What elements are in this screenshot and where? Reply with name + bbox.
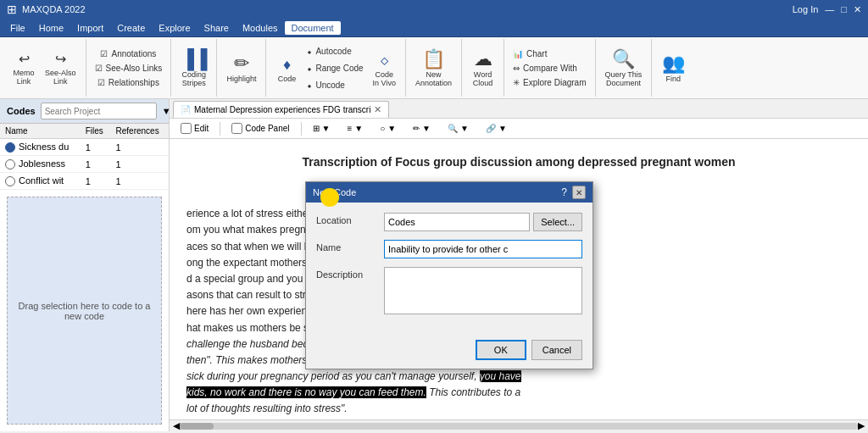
ribbon-group-code: ⬧ Code ⬥ Autocode ⬥ Range Code ⬥ Uncode (266, 39, 406, 97)
coding-stripes-btn[interactable]: ▐▐ CodingStripes (176, 41, 211, 95)
code-files-cell: 1 (81, 139, 111, 156)
zoom-icon: 🔍 (448, 124, 458, 133)
ribbon-group-chart: 📊 Chart ⇔ Compare With ✳ Explore Diagram (504, 39, 595, 97)
ribbon-content: ↩ MemoLink ↪ See-AlsoLink ☑ Annotations … (0, 37, 868, 98)
log-in-link[interactable]: Log In (793, 4, 819, 14)
code-btn[interactable]: ⬧ Code (271, 41, 302, 95)
title-bar: ⊞ MAXQDA 2022 Log In — □ ✕ (0, 0, 868, 19)
code-panel-checkbox-btn[interactable]: Code Panel (225, 120, 295, 136)
see-also-link-btn[interactable]: ↪ See-AlsoLink (41, 48, 81, 88)
highlight-label: Highlight (226, 75, 256, 83)
bottom-scrollbar[interactable]: ◀ ▶ (170, 419, 868, 431)
checkbox2-icon: ☑ (95, 64, 103, 73)
drag-hint: Drag selection here to code to a new cod… (7, 197, 162, 425)
search-input[interactable] (41, 103, 157, 119)
new-code-dialog: New Code ? ✕ Location Select (305, 181, 593, 369)
query-icon: 🔍 (612, 48, 635, 70)
code-in-vivo-btn[interactable]: ⬦ CodeIn Vivo (369, 41, 400, 95)
table-row[interactable]: Conflict wit 1 1 (0, 173, 169, 190)
cancel-button[interactable]: Cancel (531, 340, 582, 360)
code-icon: ⬧ (281, 53, 292, 75)
compare-with-btn[interactable]: ⇔ Compare With (509, 62, 589, 75)
ok-button[interactable]: OK (476, 340, 526, 360)
codes-panel: Codes ▼ Name Files References Sickness d… (0, 99, 170, 431)
maximize-btn[interactable]: □ (841, 4, 847, 14)
doc-area: 📄 Maternal Depression experiences FDG tr… (170, 99, 868, 431)
doc-tabs: 📄 Maternal Depression experiences FDG tr… (170, 99, 868, 119)
menu-modules[interactable]: Modules (236, 21, 285, 35)
edit2-dropdown-icon: ▼ (422, 124, 431, 133)
code-panel-label: Code Panel (245, 124, 289, 133)
scroll-right-btn[interactable]: ▶ (858, 420, 865, 431)
new-annotation-icon: 📋 (422, 48, 445, 70)
dialog-help-btn[interactable]: ? (561, 186, 567, 198)
dialog-titlebar: New Code ? ✕ (306, 182, 593, 203)
word-cloud-btn[interactable]: ☁ WordCloud (468, 41, 498, 95)
name-input[interactable] (384, 240, 582, 258)
see-also-icon: ↪ (55, 51, 66, 67)
chart-btn[interactable]: 📊 Chart (509, 47, 589, 60)
see-also-links-btn[interactable]: ☑ See-Also Links (92, 62, 166, 75)
menu-bar: File Home Import Create Explore Share Mo… (0, 19, 868, 37)
relationships-btn[interactable]: ☑ Relationships (94, 76, 163, 89)
app-grid-icon: ⊞ (7, 3, 17, 16)
description-textarea[interactable] (384, 267, 582, 314)
dialog-controls: ? ✕ (561, 186, 586, 199)
new-annotation-label: NewAnnotation (415, 70, 452, 87)
edit-checkbox[interactable] (181, 123, 192, 134)
highlight-btn[interactable]: ✏ Highlight (222, 41, 260, 95)
ribbon-group-query: 🔍 Query ThisDocument (596, 39, 653, 97)
query-document-btn[interactable]: 🔍 Query ThisDocument (601, 41, 647, 95)
main-area: Codes ▼ Name Files References Sickness d… (0, 99, 868, 431)
code-name-cell: Joblesness (0, 156, 81, 173)
col-files: Files (81, 124, 111, 139)
scroll-left-btn[interactable]: ◀ (173, 420, 180, 431)
menu-import[interactable]: Import (70, 21, 110, 35)
scroll-thumb[interactable] (180, 423, 214, 430)
title-bar-left: ⊞ MAXQDA 2022 (7, 3, 86, 16)
find-btn[interactable]: 👥 Find (658, 41, 689, 95)
zoom-btn[interactable]: 🔍 ▼ (442, 121, 475, 136)
location-input[interactable] (384, 213, 530, 231)
menu-create[interactable]: Create (110, 21, 152, 35)
code-panel-checkbox[interactable] (231, 123, 242, 134)
menu-document[interactable]: Document (285, 21, 341, 35)
name-row: Name (316, 240, 582, 258)
new-annotation-btn[interactable]: 📋 NewAnnotation (411, 41, 456, 95)
menu-home[interactable]: Home (32, 21, 70, 35)
uncode-btn[interactable]: ⬥ Uncode (303, 79, 366, 92)
minimize-btn[interactable]: — (825, 4, 834, 14)
range-code-btn[interactable]: ⬥ Range Code (303, 62, 366, 75)
doc-tab-close[interactable]: ✕ (374, 104, 381, 115)
col-references: References (111, 124, 169, 139)
table-row[interactable]: Joblesness 1 1 (0, 156, 169, 173)
explore-diagram-btn[interactable]: ✳ Explore Diagram (509, 76, 589, 89)
annotations-label: Annotations (111, 49, 156, 58)
annotations-btn[interactable]: ☑ Annotations (97, 47, 159, 60)
ribbon-group-memolink: ↩ MemoLink ↪ See-AlsoLink (3, 39, 86, 97)
autocode-label: Autocode (315, 47, 351, 56)
dialog-close-btn[interactable]: ✕ (572, 186, 586, 199)
display-btn[interactable]: ⊞ ▼ (307, 121, 337, 136)
doc-tab-active[interactable]: 📄 Maternal Depression experiences FDG tr… (173, 101, 389, 118)
link-btn[interactable]: 🔗 ▼ (480, 121, 513, 136)
range-code-label: Range Code (315, 64, 363, 73)
layout-btn[interactable]: ≡ ▼ (341, 121, 369, 136)
edit-checkbox-btn[interactable]: Edit (175, 120, 214, 136)
menu-file[interactable]: File (3, 21, 32, 35)
query-label: Query ThisDocument (605, 70, 643, 87)
shape-btn[interactable]: ○ ▼ (374, 121, 402, 136)
doc-tab-icon: 📄 (181, 105, 191, 114)
menu-explore[interactable]: Explore (152, 21, 197, 35)
memo-link-btn[interactable]: ↩ MemoLink (8, 48, 39, 88)
menu-share[interactable]: Share (198, 21, 236, 35)
edit-label: Edit (194, 124, 209, 133)
edit2-btn[interactable]: ✏ ▼ (407, 121, 437, 136)
doc-content-wrapper: Transcription of Focus group discussion … (170, 139, 868, 419)
memo-link-icon: ↩ (19, 51, 30, 67)
table-row[interactable]: Sickness du 1 1 (0, 139, 169, 156)
autocode-btn[interactable]: ⬥ Autocode (303, 45, 366, 58)
memo-see-also-btns: ↩ MemoLink ↪ See-AlsoLink (8, 41, 81, 95)
close-btn[interactable]: ✕ (854, 4, 861, 15)
select-button[interactable]: Select... (533, 213, 582, 231)
